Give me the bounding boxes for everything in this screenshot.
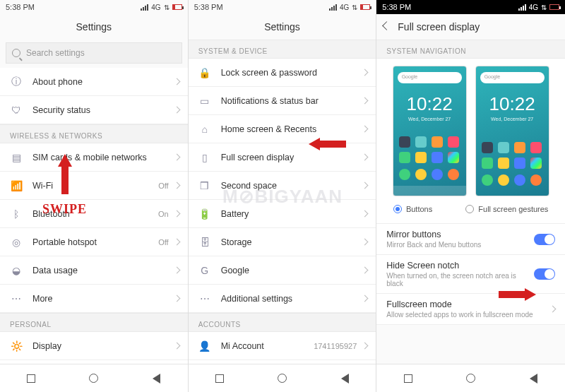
row-data-usage[interactable]: ◒ Data usage [0,256,188,285]
chevron-right-icon [173,107,180,114]
nav-back-button[interactable] [125,364,188,392]
nav-back-button[interactable] [502,364,565,392]
fullscreen-arrow [309,138,320,150]
row-google[interactable]: G Google [189,256,376,285]
row-notifications[interactable]: ▭ Notifications & status bar [189,87,376,115]
more-icon: ⋯ [8,293,24,304]
chevron-right-icon [362,343,369,350]
nav-recents-button[interactable] [0,364,63,392]
chevron-right-icon [173,295,180,302]
chevron-right-icon [362,154,369,161]
radio-gestures[interactable]: Full screen gestures [465,205,548,213]
row-fullscreen-mode[interactable]: Fullscreen mode Allow selected apps to w… [376,294,565,325]
updown-icon: ⇅ [541,4,547,11]
row-wallpaper[interactable]: 🖼 Wallpaper [0,360,188,364]
row-more[interactable]: ⋯ More [0,285,188,313]
section-personal: PERSONAL [0,313,188,332]
storage-icon: 🗄 [197,237,213,248]
lock-icon: 🔒 [197,67,213,78]
row-about-phone[interactable]: ⓘ About phone [0,68,188,96]
status-bar: 5:38 PM 4G ⇅ [189,0,376,14]
nav-recents-button[interactable] [189,364,251,392]
nav-home-button[interactable] [439,364,502,392]
toggle-hide-notch[interactable] [534,268,555,280]
full-screen-display-panel: 5:38 PM 4G ⇅ Full screen display SYSTEM … [376,0,565,392]
circle-icon [278,374,287,383]
status-bar: 5:38 PM 4G ⇅ [0,0,188,14]
data-icon: ◒ [8,265,24,276]
nav-bar [376,364,565,392]
nav-home-button[interactable] [63,364,126,392]
chevron-right-icon [173,343,180,350]
nav-bar [189,364,376,392]
nav-home-button[interactable] [251,364,314,392]
battery-icon [172,4,182,10]
updown-icon: ⇅ [352,4,357,11]
home-icon: ⌂ [197,124,213,135]
row-security-status[interactable]: 🛡 Security status [0,96,188,124]
section-system-device: SYSTEM & DEVICE [189,40,376,59]
row-hide-notch[interactable]: Hide Screen notch When turned on, the sc… [376,255,565,294]
row-battery[interactable]: 🔋 Battery [189,200,376,228]
row-mirror-buttons[interactable]: Mirror buttons Mirror Back and Menu butt… [376,224,565,255]
chevron-right-icon [173,154,180,161]
settings-panel-2: 5:38 PM 4G ⇅ Settings SYSTEM & DEVICE 🔒 … [189,0,377,392]
section-wireless: WIRELESS & NETWORKS [0,124,188,143]
row-full-screen-display[interactable]: ▯ Full screen display [189,143,376,172]
preview-clock: 10:22 [393,93,466,115]
radio-off-icon [465,205,474,213]
row-wifi[interactable]: 📶 Wi-Fi Off [0,172,188,200]
search-input[interactable]: Search settings [6,42,182,64]
settings-scroll[interactable]: ⓘ About phone 🛡 Security status WIRELESS… [0,68,188,364]
back-button[interactable] [382,21,391,30]
nav-recents-button[interactable] [376,364,439,392]
bluetooth-icon: ᛒ [8,208,24,220]
chevron-right-icon [173,267,180,274]
status-time: 5:38 PM [6,3,35,11]
chevron-right-icon [362,267,369,274]
updown-icon: ⇅ [164,4,170,11]
wifi-icon: 📶 [8,180,24,191]
chevron-right-icon [549,306,557,313]
row-second-space[interactable]: ❒ Second space [189,172,376,200]
preview-search: Google [398,72,462,83]
navigation-radio-group: Buttons Full screen gestures [376,199,565,224]
preview-buttons[interactable]: Google 10:22 Wed, December 27 [393,66,467,196]
status-time: 5:38 PM [194,3,223,11]
row-bluetooth[interactable]: ᛒ Bluetooth On [0,200,188,228]
preview-date: Wed, December 27 [476,117,549,121]
row-mi-account[interactable]: 👤 Mi Account 1741195927 [189,332,376,360]
row-lock-screen[interactable]: 🔒 Lock screen & password [189,59,376,87]
network-label: 4G [340,4,349,11]
row-display[interactable]: 🔆 Display [0,332,188,360]
row-sync[interactable]: ⟳ Sync [189,360,376,364]
chevron-right-icon [362,182,369,189]
chevron-right-icon [173,239,180,246]
chevron-right-icon [362,210,369,218]
square-icon [404,374,412,383]
navigation-previews: Google 10:22 Wed, December 27 Google 10:… [376,59,565,199]
radio-on-icon [393,205,402,213]
search-placeholder: Search settings [26,48,85,58]
row-additional[interactable]: ⋯ Additional settings [189,285,376,313]
settings-scroll[interactable]: SYSTEM & DEVICE 🔒 Lock screen & password… [189,40,376,364]
chevron-right-icon [173,78,180,85]
row-storage[interactable]: 🗄 Storage [189,228,376,256]
preview-gestures[interactable]: Google 10:22 Wed, December 27 [475,66,549,196]
chevron-right-icon [173,182,180,189]
hotspot-icon: ◎ [8,237,24,248]
row-hotspot[interactable]: ◎ Portable hotspot Off [0,228,188,256]
preview-clock: 10:22 [476,93,549,115]
search-icon [12,49,20,57]
toggle-mirror[interactable] [534,234,555,245]
row-home-recents[interactable]: ⌂ Home screen & Recents [189,115,376,143]
chevron-right-icon [362,69,369,76]
radio-buttons[interactable]: Buttons [393,205,432,213]
notification-icon: ▭ [197,95,213,107]
nav-back-button[interactable] [314,364,376,392]
google-icon: G [197,265,213,276]
shield-icon: 🛡 [8,105,24,116]
swipe-annotation: SWIPE [42,202,87,217]
status-time: 5:38 PM [382,3,411,11]
row-sim[interactable]: ▤ SIM cards & mobile networks [0,143,188,172]
